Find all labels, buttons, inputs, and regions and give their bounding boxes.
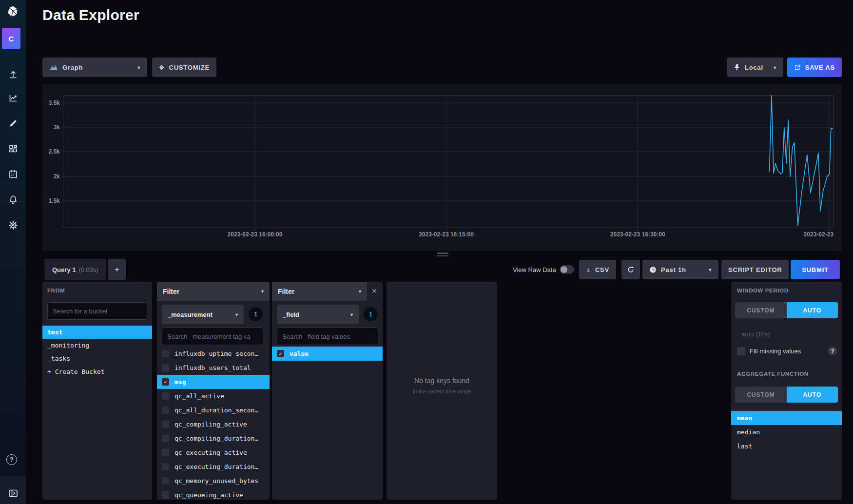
script-editor-button[interactable]: SCRIPT EDITOR — [721, 260, 789, 279]
tag-keys-panel: No tag keys found in the current time ra… — [387, 282, 497, 500]
checkbox-icon[interactable] — [162, 449, 169, 456]
customize-button[interactable]: CUSTOMIZE — [152, 58, 216, 77]
checkbox-icon[interactable] — [162, 477, 169, 485]
csv-button[interactable]: CSV — [579, 260, 616, 279]
checkbox-icon[interactable] — [162, 392, 169, 400]
save-as-button[interactable]: SAVE AS — [787, 58, 842, 77]
aggregate-function-item[interactable]: last — [731, 439, 842, 453]
create-bucket-button[interactable]: + Create Bucket — [42, 365, 152, 378]
tab-query-1[interactable]: Query 1 (0.03s) — [44, 259, 106, 280]
tag-value-item[interactable]: qc_all_active — [157, 389, 270, 403]
gear-icon — [8, 220, 19, 231]
sidebar: C — [0, 0, 26, 504]
checkbox-icon[interactable] — [162, 463, 169, 470]
resize-handle[interactable] — [437, 252, 448, 257]
field-search-input[interactable] — [277, 328, 378, 345]
view-raw-data-label: View Raw Data — [513, 266, 556, 273]
checkbox-checked-icon[interactable]: ✓ — [277, 350, 284, 357]
tag-value-item[interactable]: qc_all_duration_secon… — [157, 403, 270, 417]
empty-state-subtitle: in the current time range — [387, 388, 497, 394]
sidebar-item-alerts[interactable] — [0, 189, 26, 211]
tag-value-label: influxdb_uptime_secon… — [174, 350, 258, 357]
measurement-search-input[interactable] — [162, 328, 263, 345]
aggregate-function-item[interactable]: mean — [731, 411, 842, 425]
bucket-item[interactable]: _tasks — [42, 352, 152, 365]
tag-value-label: qc_memory_unused_bytes — [174, 477, 258, 485]
close-icon[interactable]: ✕ — [371, 287, 377, 295]
tag-value-item[interactable]: ✓msg — [157, 375, 270, 389]
aggregate-function-item[interactable]: median — [731, 425, 842, 439]
bucket-item[interactable]: test — [42, 326, 152, 339]
tag-key-dropdown[interactable]: _field ▾ — [277, 305, 359, 324]
sidebar-item-data-explorer[interactable] — [0, 87, 26, 109]
sidebar-item-settings[interactable] — [0, 214, 26, 236]
checkbox-icon[interactable] — [162, 364, 169, 371]
sidebar-item-load-data[interactable] — [0, 63, 26, 85]
y-axis-labels: 1.5k2k2.5k3k3.5k — [42, 95, 60, 228]
tag-key-label: _measurement — [168, 311, 213, 318]
bucket-item[interactable]: _monitoring — [42, 339, 152, 352]
checkbox-icon[interactable] — [162, 350, 169, 357]
tag-value-item[interactable]: influxdb_users_total — [157, 361, 270, 375]
graph-panel: 1.5k2k2.5k3k3.5k 2023-02-23 16:00:002023… — [42, 84, 842, 251]
avatar[interactable]: C — [2, 28, 20, 49]
tag-value-item[interactable]: qc_executing_active — [157, 446, 270, 460]
graph-type-label: Graph — [62, 64, 83, 71]
sidebar-item-tasks[interactable] — [0, 163, 26, 185]
refresh-button[interactable] — [621, 260, 640, 279]
tag-value-label: qc_all_duration_secon… — [174, 407, 258, 414]
influxdb-logo-icon — [6, 5, 19, 19]
tag-value-item[interactable]: qc_compiling_active — [157, 417, 270, 431]
add-query-button[interactable]: + — [108, 259, 126, 280]
window-auto-button[interactable]: AUTO — [787, 302, 838, 318]
time-range-dropdown[interactable]: Past 1h ▾ — [642, 260, 718, 279]
aggregate-custom-button[interactable]: CUSTOM — [735, 387, 787, 403]
chevron-down-icon: ▾ — [261, 289, 264, 294]
fill-missing-checkbox[interactable] — [737, 347, 745, 355]
checkbox-icon[interactable] — [162, 435, 169, 442]
page-title: Data Explorer — [42, 7, 139, 23]
tag-key-dropdown[interactable]: _measurement ▾ — [162, 305, 244, 324]
save-as-label: SAVE AS — [805, 64, 835, 71]
download-icon — [586, 266, 591, 273]
tag-value-label: qc_executing_duration… — [174, 463, 258, 470]
time-range-label: Past 1h — [661, 266, 686, 273]
submit-button[interactable]: SUBMIT — [791, 260, 840, 279]
tag-value-label: qc_compiling_active — [174, 421, 247, 428]
export-icon — [794, 64, 801, 71]
tag-value-item[interactable]: qc_memory_unused_bytes — [157, 474, 270, 488]
query-duration: (0.03s) — [78, 266, 98, 273]
sidebar-item-dashboards[interactable] — [0, 138, 26, 159]
aggregate-mode-toggle: CUSTOM AUTO — [735, 387, 838, 403]
tag-value-item[interactable]: influxdb_uptime_secon… — [157, 347, 270, 361]
checkbox-checked-icon[interactable]: ✓ — [162, 378, 169, 386]
tag-value-item[interactable]: qc_queueing_active — [157, 488, 270, 500]
checkbox-icon[interactable] — [162, 407, 169, 414]
checkbox-icon[interactable] — [162, 421, 169, 428]
window-custom-button[interactable]: CUSTOM — [735, 302, 787, 318]
selected-count-badge: 1 — [249, 307, 263, 321]
checkbox-icon[interactable] — [162, 491, 169, 499]
graph-type-dropdown[interactable]: Graph ▾ — [42, 58, 147, 77]
script-editor-label: SCRIPT EDITOR — [728, 266, 782, 273]
bucket-search-input[interactable] — [47, 302, 147, 320]
filter-type-dropdown[interactable]: Filter ▾ — [157, 282, 270, 301]
y-axis-tick-label: 2k — [54, 173, 60, 180]
aggregate-auto-button[interactable]: AUTO — [787, 387, 838, 403]
help-tooltip-icon[interactable]: ? — [828, 347, 837, 355]
expand-sidebar-button[interactable] — [0, 483, 26, 504]
x-axis-tick-label: 2023-02-23 16:30:00 — [610, 231, 665, 238]
window-period-mode-toggle: CUSTOM AUTO — [735, 302, 838, 318]
tag-key-label: _field — [283, 311, 299, 318]
tag-value-item[interactable]: qc_executing_duration… — [157, 460, 270, 474]
help-icon[interactable]: ? — [6, 454, 17, 465]
view-raw-data-toggle[interactable] — [560, 265, 574, 274]
filter-type-dropdown[interactable]: Filter ▾ — [272, 282, 367, 301]
tag-value-item[interactable]: ✓value — [272, 347, 383, 361]
sidebar-item-notebooks[interactable] — [0, 113, 26, 134]
data-explorer-page: C — [0, 0, 853, 504]
fill-missing-label: Fill missing values — [750, 348, 801, 355]
tag-value-item[interactable]: qc_compiling_duration… — [157, 431, 270, 446]
line-chart[interactable] — [63, 95, 834, 232]
local-dropdown[interactable]: Local ▾ — [727, 58, 783, 77]
